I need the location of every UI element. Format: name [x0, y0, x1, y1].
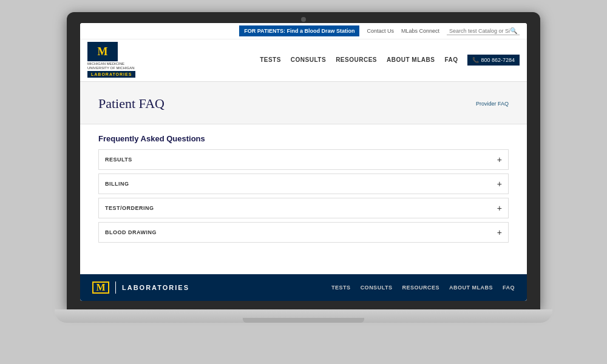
phone-icon: 📞 — [472, 57, 479, 63]
logo-m: M — [87, 42, 118, 61]
faq-item-test-ordering-toggle: + — [497, 203, 502, 213]
faq-content: Frequently Asked Questions RESULTS + BIL… — [80, 124, 527, 274]
faq-item-results-toggle: + — [497, 155, 502, 164]
laptop-container: FOR PATIENTS: Find a Blood Draw Station … — [67, 12, 540, 352]
footer-nav-tests[interactable]: TESTS — [331, 285, 351, 291]
logo-sub1: MICHIGAN MEDICINE — [87, 62, 124, 66]
faq-accordion: RESULTS + BILLING + TEST/ORDERING + — [98, 149, 509, 243]
mlabs-connect-link[interactable]: MLabs Connect — [401, 28, 439, 34]
faq-item-blood-drawing-toggle: + — [497, 228, 502, 237]
footer-nav-resources[interactable]: RESOURCES — [402, 285, 439, 291]
logo-labs-badge: LABORATORIES — [87, 71, 135, 78]
main-nav: TESTS CONSULTS RESOURCES ABOUT MLABS FAQ… — [260, 55, 520, 66]
for-patients-button[interactable]: FOR PATIENTS: Find a Blood Draw Station — [239, 25, 359, 36]
header-nav: M MICHIGAN MEDICINE UNIVERSITY OF MICHIG… — [80, 39, 527, 82]
logo-block: M MICHIGAN MEDICINE UNIVERSITY OF MICHIG… — [87, 42, 135, 78]
website: FOR PATIENTS: Find a Blood Draw Station … — [80, 23, 527, 301]
page-title: Patient FAQ — [98, 96, 164, 112]
nav-about-mlabs[interactable]: ABOUT MLABS — [387, 56, 435, 63]
footer-labs-text: LABORATORIES — [122, 284, 189, 291]
footer-nav-faq[interactable]: FAQ — [503, 285, 515, 291]
logo-sub2: UNIVERSITY OF MICHIGAN — [87, 66, 135, 70]
faq-item-billing-label: BILLING — [105, 181, 129, 187]
faq-item-blood-drawing-label: BLOOD DRAWING — [105, 229, 157, 235]
nav-tests[interactable]: TESTS — [260, 56, 281, 63]
faq-item-results-label: RESULTS — [105, 157, 132, 163]
footer-logo-m: M — [92, 281, 109, 294]
faq-item-blood-drawing[interactable]: BLOOD DRAWING + — [98, 222, 509, 243]
footer-divider — [115, 281, 116, 294]
site-footer: M LABORATORIES TESTS CONSULTS RESOURCES … — [80, 274, 527, 301]
page-hero: Patient FAQ Provider FAQ — [80, 82, 527, 124]
footer-nav-about-mlabs[interactable]: ABOUT MLABS — [449, 285, 493, 291]
phone-number: 800 862-7284 — [481, 57, 515, 63]
nav-faq[interactable]: FAQ — [444, 56, 458, 63]
search-area[interactable]: 🔍 — [447, 27, 520, 35]
faq-item-results[interactable]: RESULTS + — [98, 149, 509, 170]
laptop-screen: FOR PATIENTS: Find a Blood Draw Station … — [80, 23, 527, 301]
faq-item-billing-toggle: + — [497, 179, 502, 189]
footer-nav-consults[interactable]: CONSULTS — [361, 285, 393, 291]
faq-item-test-ordering-label: TEST/ORDERING — [105, 205, 154, 211]
camera — [301, 17, 306, 22]
footer-logo: M LABORATORIES — [92, 281, 189, 294]
faq-section-title: Frequently Asked Questions — [98, 134, 509, 143]
search-icon: 🔍 — [510, 27, 517, 34]
search-input[interactable] — [449, 28, 510, 34]
nav-consults[interactable]: CONSULTS — [291, 56, 326, 63]
phone-button[interactable]: 📞 800 862-7284 — [467, 55, 520, 66]
faq-item-test-ordering[interactable]: TEST/ORDERING + — [98, 198, 509, 218]
utility-bar: FOR PATIENTS: Find a Blood Draw Station … — [80, 23, 527, 39]
logo-sub: MICHIGAN MEDICINE UNIVERSITY OF MICHIGAN — [87, 62, 135, 70]
provider-faq-link[interactable]: Provider FAQ — [476, 101, 509, 107]
laptop-base — [55, 309, 552, 323]
nav-resources[interactable]: RESOURCES — [336, 56, 377, 63]
contact-us-link[interactable]: Contact Us — [367, 28, 394, 34]
footer-nav: TESTS CONSULTS RESOURCES ABOUT MLABS FAQ — [331, 285, 515, 291]
screen-bezel: FOR PATIENTS: Find a Blood Draw Station … — [67, 12, 540, 309]
faq-item-billing[interactable]: BILLING + — [98, 174, 509, 194]
